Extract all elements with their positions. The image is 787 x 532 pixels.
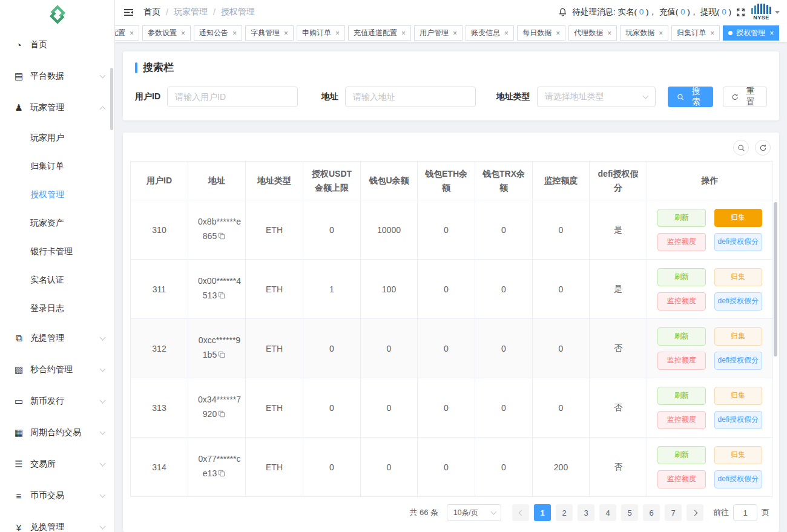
page-button-4[interactable]: 4 bbox=[599, 504, 616, 521]
goto-page-input[interactable] bbox=[733, 504, 757, 521]
sidebar-item-coin-coin-trade[interactable]: ≡ 币币交易 bbox=[0, 480, 114, 511]
refresh-button[interactable]: 刷新 bbox=[657, 327, 706, 346]
next-page-button[interactable] bbox=[687, 504, 703, 521]
breadcrumb-player-management[interactable]: 玩家管理 bbox=[174, 7, 208, 18]
refresh-button[interactable]: 刷新 bbox=[657, 268, 706, 286]
defi-auth-button[interactable]: defi授权假分 bbox=[714, 352, 763, 370]
sidebar-item-exchange[interactable]: ☰ 交易所 bbox=[0, 448, 114, 480]
close-icon[interactable]: × bbox=[453, 30, 457, 37]
tab-agent-data[interactable]: 代理数据× bbox=[568, 25, 617, 41]
collect-button[interactable]: 归集 bbox=[714, 209, 763, 227]
tab-subscription-orders[interactable]: 申购订单× bbox=[297, 25, 345, 41]
sidebar-item-real-name-auth[interactable]: 实名认证 bbox=[0, 266, 114, 294]
tab-authorization-management[interactable]: 授权管理× bbox=[723, 25, 779, 41]
close-icon[interactable]: × bbox=[710, 30, 714, 37]
tab-player-data[interactable]: 玩家数据× bbox=[620, 25, 668, 41]
breadcrumb-home[interactable]: 首页 bbox=[143, 7, 160, 18]
fullscreen-icon[interactable] bbox=[736, 8, 745, 17]
address-input[interactable] bbox=[345, 87, 476, 107]
collect-button[interactable]: 归集 bbox=[714, 387, 763, 405]
table-scrollbar[interactable] bbox=[774, 202, 777, 356]
collapse-sidebar-button[interactable] bbox=[123, 8, 134, 17]
page-button-5[interactable]: 5 bbox=[621, 504, 638, 521]
sidebar-item-platform-data[interactable]: ▤ 平台数据 bbox=[0, 61, 114, 92]
bell-icon[interactable] bbox=[558, 7, 567, 17]
tab-daily-data[interactable]: 每日数据× bbox=[517, 25, 565, 41]
sidebar-item-seconds-contract[interactable]: ▧ 秒合约管理 bbox=[0, 354, 114, 386]
close-icon[interactable]: × bbox=[181, 30, 185, 37]
tab-collection-orders[interactable]: 归集订单× bbox=[671, 25, 720, 41]
page-button-1[interactable]: 1 bbox=[534, 504, 551, 521]
defi-auth-button[interactable]: defi授权假分 bbox=[714, 292, 763, 310]
page-size-select[interactable]: 10条/页 bbox=[447, 504, 501, 521]
close-icon[interactable]: × bbox=[659, 30, 663, 37]
sidebar-item-player-users[interactable]: 玩家用户 bbox=[0, 123, 114, 152]
tab-user-management[interactable]: 用户管理× bbox=[414, 25, 463, 41]
sidebar-item-player-assets[interactable]: 玩家资产 bbox=[0, 209, 114, 237]
collect-button[interactable]: 归集 bbox=[714, 327, 763, 346]
close-icon[interactable]: × bbox=[769, 30, 774, 37]
address-type-select[interactable]: 请选择地址类型 bbox=[537, 87, 656, 107]
cell-defi-flag: 是 bbox=[590, 260, 647, 319]
search-button[interactable]: 搜索 bbox=[668, 87, 713, 107]
sidebar-item-cycle-contract-trade[interactable]: ▦ 周期合约交易 bbox=[0, 417, 114, 448]
tab-config[interactable]: 配置× bbox=[115, 25, 139, 41]
sidebar-item-collection-orders[interactable]: 归集订单 bbox=[0, 152, 114, 180]
tab-notice[interactable]: 通知公告× bbox=[194, 25, 242, 41]
page-button-6[interactable]: 6 bbox=[643, 504, 660, 521]
close-icon[interactable]: × bbox=[335, 30, 340, 37]
sidebar-scrollbar[interactable] bbox=[110, 68, 113, 130]
defi-auth-button[interactable]: defi授权假分 bbox=[714, 411, 763, 429]
sidebar-item-swap-management[interactable]: ¥ 兑换管理 bbox=[0, 511, 114, 532]
table-search-toggle-button[interactable] bbox=[733, 140, 749, 156]
close-icon[interactable]: × bbox=[556, 30, 560, 37]
copy-icon[interactable] bbox=[218, 467, 225, 482]
collect-button[interactable]: 归集 bbox=[714, 446, 763, 464]
sidebar-item-deposit-withdraw[interactable]: ⧉ 充提管理 bbox=[0, 323, 114, 354]
sidebar-item-authorization-management[interactable]: 授权管理 bbox=[0, 180, 114, 209]
pagination-total: 共 66 条 bbox=[409, 507, 438, 518]
copy-icon[interactable] bbox=[218, 408, 225, 422]
prev-page-button[interactable] bbox=[512, 504, 529, 521]
refresh-button[interactable]: 刷新 bbox=[657, 387, 706, 405]
page-button-3[interactable]: 3 bbox=[578, 504, 594, 521]
sidebar-item-new-coin-issue[interactable]: ▭ 新币发行 bbox=[0, 386, 114, 417]
page-button-2[interactable]: 2 bbox=[556, 504, 573, 521]
close-icon[interactable]: × bbox=[401, 30, 406, 37]
monitor-quota-button[interactable]: 监控额度 bbox=[657, 292, 706, 310]
close-icon[interactable]: × bbox=[284, 30, 288, 37]
close-icon[interactable]: × bbox=[130, 30, 134, 37]
defi-auth-button[interactable]: defi授权假分 bbox=[714, 233, 763, 251]
tab-dictionary[interactable]: 字典管理× bbox=[245, 25, 294, 41]
user-id-input[interactable] bbox=[167, 87, 298, 107]
collect-button[interactable]: 归集 bbox=[714, 268, 763, 286]
close-icon[interactable]: × bbox=[607, 30, 611, 37]
table-refresh-button[interactable] bbox=[755, 140, 771, 156]
close-icon[interactable]: × bbox=[232, 30, 237, 37]
refresh-button[interactable]: 刷新 bbox=[657, 209, 706, 227]
comma: ， bbox=[690, 7, 699, 16]
copy-icon[interactable] bbox=[218, 349, 225, 363]
monitor-quota-button[interactable]: 监控额度 bbox=[657, 352, 706, 370]
close-icon[interactable]: × bbox=[504, 30, 509, 37]
tab-parameter-settings[interactable]: 参数设置× bbox=[142, 25, 191, 41]
reset-button[interactable]: 重置 bbox=[723, 87, 767, 107]
sidebar-item-home[interactable]: ◔ 首页 bbox=[0, 29, 114, 61]
monitor-quota-button[interactable]: 监控额度 bbox=[657, 233, 706, 251]
sidebar-item-player-management[interactable]: ♟ 玩家管理 bbox=[0, 92, 114, 123]
monitor-quota-button[interactable]: 监控额度 bbox=[657, 470, 706, 488]
sidebar-item-login-logs[interactable]: 登录日志 bbox=[0, 294, 114, 323]
monitor-quota-button[interactable]: 监控额度 bbox=[657, 411, 706, 429]
sidebar-item-bank-card-management[interactable]: 银行卡管理 bbox=[0, 237, 114, 266]
search-card: 搜索栏 用户ID 地址 地址类型 请选择地址类型 bbox=[123, 51, 779, 120]
tab-recharge-channel[interactable]: 充值通道配置× bbox=[348, 25, 411, 41]
app-logo[interactable] bbox=[0, 0, 114, 29]
copy-icon[interactable] bbox=[218, 289, 225, 304]
page-button-7[interactable]: 7 bbox=[665, 504, 682, 521]
user-menu[interactable]: NYSE bbox=[751, 4, 780, 21]
cell-address: 0x77******ce13 bbox=[188, 438, 246, 497]
defi-auth-button[interactable]: defi授权假分 bbox=[714, 470, 763, 488]
refresh-button[interactable]: 刷新 bbox=[657, 446, 706, 464]
tab-account-changes[interactable]: 账变信息× bbox=[466, 25, 514, 41]
copy-icon[interactable] bbox=[218, 230, 225, 245]
